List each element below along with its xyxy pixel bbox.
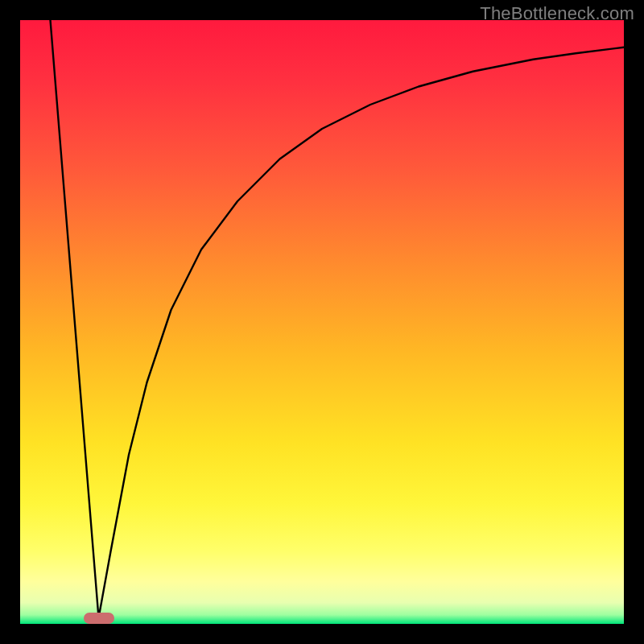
chart-curve (20, 20, 624, 624)
plot-area (20, 20, 624, 624)
minimum-marker (84, 613, 114, 624)
watermark-text: TheBottleneck.com (480, 3, 634, 24)
outer-frame: TheBottleneck.com (0, 0, 644, 644)
